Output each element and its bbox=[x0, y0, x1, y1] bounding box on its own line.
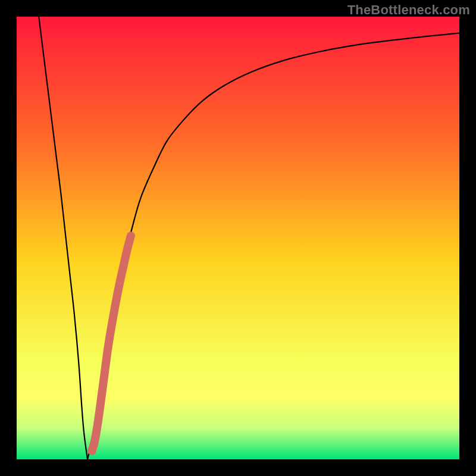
highlight-dot bbox=[94, 421, 101, 428]
plot-area bbox=[17, 17, 459, 459]
chart-svg bbox=[17, 17, 459, 459]
chart-frame: TheBottleneck.com bbox=[0, 0, 476, 476]
watermark-text: TheBottleneck.com bbox=[347, 2, 470, 18]
highlight-dot bbox=[90, 438, 98, 446]
highlight-dot bbox=[87, 446, 96, 455]
gradient-background bbox=[17, 17, 459, 459]
